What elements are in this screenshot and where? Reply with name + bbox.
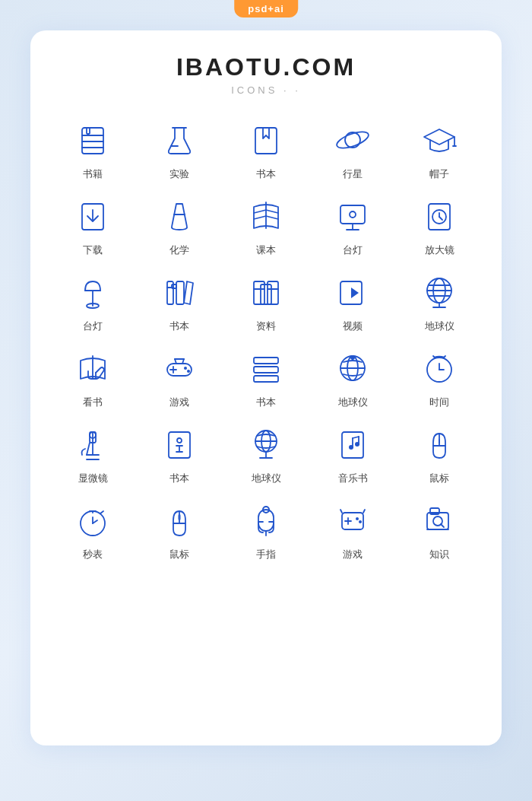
list-item: 台灯 bbox=[313, 195, 392, 257]
bookset-icon bbox=[158, 271, 201, 313]
icon-label: 实验 bbox=[169, 167, 189, 181]
list-item: 课本 bbox=[226, 195, 306, 257]
list-item: 书籍 bbox=[53, 119, 132, 181]
magnifier-icon bbox=[418, 195, 461, 237]
svg-line-17 bbox=[254, 210, 266, 213]
list-item: 看书 bbox=[53, 347, 132, 409]
icon-label: 行星 bbox=[343, 167, 363, 181]
list-item: 书本 bbox=[226, 119, 306, 181]
gamepad-icon bbox=[158, 347, 201, 389]
svg-point-94 bbox=[355, 442, 359, 447]
microscope-icon bbox=[71, 423, 114, 466]
textbook-icon bbox=[245, 195, 287, 237]
svg-line-18 bbox=[254, 216, 266, 219]
icon-label: 书本 bbox=[256, 167, 276, 181]
card-subtitle: ICONS · · bbox=[46, 84, 486, 96]
book-icon bbox=[71, 119, 114, 161]
svg-rect-33 bbox=[176, 281, 184, 304]
svg-point-67 bbox=[350, 355, 355, 360]
icon-label: 鼠标 bbox=[429, 472, 449, 485]
icon-label: 游戏 bbox=[343, 548, 363, 561]
icon-label: 放大镜 bbox=[425, 243, 454, 257]
list-item: 地球仪 bbox=[313, 347, 392, 409]
list-item: 音乐书 bbox=[313, 423, 392, 485]
list-item: 书本 bbox=[140, 423, 219, 485]
icon-label: 帽子 bbox=[429, 167, 449, 181]
globe2-icon bbox=[331, 347, 374, 389]
svg-rect-21 bbox=[340, 205, 365, 224]
svg-point-8 bbox=[345, 132, 360, 148]
svg-rect-37 bbox=[261, 284, 271, 304]
icon-label: 鼠标 bbox=[169, 548, 189, 561]
icon-label: 课本 bbox=[256, 243, 276, 257]
icon-label: 显微镜 bbox=[78, 472, 108, 485]
svg-point-93 bbox=[349, 445, 353, 450]
svg-line-115 bbox=[340, 510, 342, 513]
svg-point-55 bbox=[184, 367, 187, 370]
icon-label: 游戏 bbox=[169, 396, 189, 409]
list-item: 实验 bbox=[140, 119, 219, 181]
icon-label: 书本 bbox=[169, 319, 189, 333]
svg-point-56 bbox=[187, 370, 190, 373]
list-item: 游戏 bbox=[140, 347, 219, 409]
lamp-icon bbox=[71, 271, 114, 313]
svg-line-103 bbox=[100, 511, 103, 513]
icon-label: 下载 bbox=[83, 243, 103, 257]
reading-icon bbox=[71, 347, 114, 389]
icon-label: 地球仪 bbox=[338, 396, 368, 409]
mouse2-icon bbox=[158, 499, 201, 542]
svg-point-114 bbox=[359, 520, 362, 523]
svg-rect-79 bbox=[169, 432, 190, 458]
svg-line-75 bbox=[87, 443, 90, 455]
icon-label: 台灯 bbox=[83, 319, 103, 333]
flask-icon bbox=[158, 119, 201, 161]
chemistry-icon bbox=[158, 195, 201, 237]
list-item: 化学 bbox=[140, 195, 219, 257]
knowledge-icon bbox=[418, 499, 461, 542]
bookmark-book-icon bbox=[245, 119, 287, 161]
svg-marker-42 bbox=[351, 288, 359, 298]
card-header: IBAOTU.COM ICONS · · bbox=[46, 53, 486, 96]
mouse-icon bbox=[418, 423, 461, 466]
list-item: 秒表 bbox=[53, 499, 132, 561]
list-item: 放大镜 bbox=[400, 195, 479, 257]
icon-label: 时间 bbox=[429, 396, 449, 409]
globe-icon bbox=[418, 271, 461, 313]
list-item: 地球仪 bbox=[226, 423, 306, 485]
svg-rect-61 bbox=[254, 367, 278, 373]
icon-label: 书籍 bbox=[83, 167, 103, 181]
list-item: 书本 bbox=[226, 347, 306, 409]
icon-label: 书本 bbox=[169, 472, 189, 485]
main-card: IBAOTU.COM ICONS · · 书籍 bbox=[30, 30, 502, 745]
list-item: 地球仪 bbox=[400, 271, 479, 333]
icons-grid: 书籍 实验 书本 bbox=[46, 119, 486, 561]
list-item: 手指 bbox=[226, 499, 306, 561]
icon-label: 视频 bbox=[343, 319, 363, 333]
download-icon bbox=[71, 195, 114, 237]
list-item: 资料 bbox=[226, 271, 306, 333]
books-stack-icon bbox=[245, 347, 287, 389]
icon-label: 地球仪 bbox=[252, 472, 281, 485]
svg-line-20 bbox=[266, 216, 278, 219]
svg-line-91 bbox=[353, 437, 359, 438]
music-book-icon bbox=[331, 423, 374, 466]
svg-rect-7 bbox=[255, 128, 277, 154]
svg-point-113 bbox=[356, 517, 359, 520]
icon-label: 资料 bbox=[256, 319, 276, 333]
info-book-icon bbox=[158, 423, 201, 466]
list-item: 鼠标 bbox=[400, 423, 479, 485]
svg-line-28 bbox=[439, 217, 442, 220]
list-item: 帽子 bbox=[400, 119, 479, 181]
icon-label: 手指 bbox=[256, 548, 276, 561]
svg-rect-4 bbox=[87, 128, 90, 134]
icon-label: 看书 bbox=[83, 396, 103, 409]
icon-label: 台灯 bbox=[343, 243, 363, 257]
list-item: 下载 bbox=[53, 195, 132, 257]
svg-line-71 bbox=[433, 356, 435, 358]
icon-label: 地球仪 bbox=[425, 319, 454, 333]
icon-label: 秒表 bbox=[83, 548, 103, 561]
svg-rect-106 bbox=[178, 514, 181, 520]
svg-rect-60 bbox=[254, 358, 278, 364]
icon-label: 化学 bbox=[169, 243, 189, 257]
list-item: 时间 bbox=[400, 347, 479, 409]
